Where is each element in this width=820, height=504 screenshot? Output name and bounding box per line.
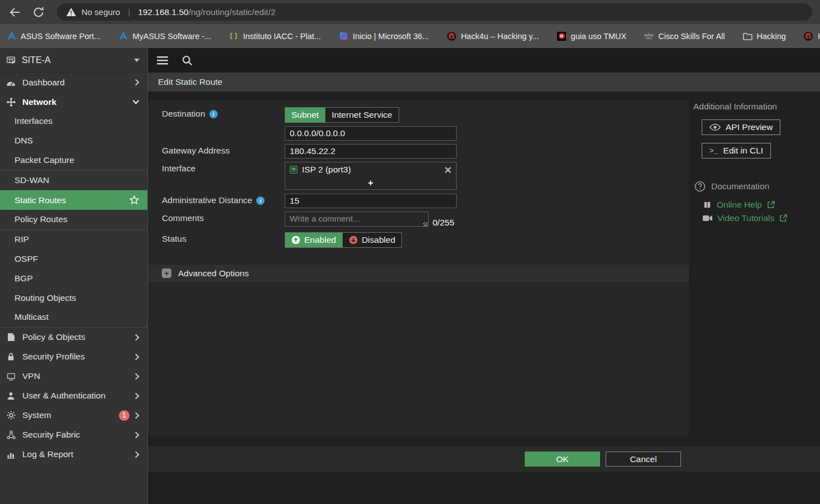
cancel-button[interactable]: Cancel	[606, 452, 681, 467]
edit-in-cli-button[interactable]: >_ Edit in CLI	[702, 143, 771, 159]
sidebar-item-system[interactable]: System 1	[0, 406, 147, 425]
sidebar-item-label: User & Authentication	[22, 391, 135, 401]
destination-row: Destination i Subnet Internet Service	[148, 107, 689, 123]
bookmark-microsoft365[interactable]: Inicio | Microsoft 36...	[339, 31, 429, 41]
resize-grip[interactable]	[423, 222, 428, 227]
sidebar: SITE-A Dashboard Network Interfaces DNS …	[0, 48, 148, 504]
enabled-icon	[291, 236, 300, 244]
bookmark-tmux[interactable]: N guia uso TMUX	[557, 31, 627, 41]
sidebar-subitem-label: DNS	[15, 136, 140, 146]
menu-toggle-button[interactable]	[157, 55, 168, 65]
cisco-logo-icon: cisco	[644, 31, 654, 41]
tmux-guide-icon: N	[557, 31, 567, 41]
sidebar-item-label: System	[22, 410, 119, 420]
interface-select-box[interactable]: ISP 2 (port3) +	[285, 162, 457, 190]
sidebar-item-log-report[interactable]: Log & Report	[0, 445, 147, 464]
sidebar-item-label: Dashboard	[22, 78, 135, 88]
info-icon[interactable]: i	[209, 110, 218, 118]
address-bar[interactable]: No seguro | 192.168.1.50/ng/routing/stat…	[57, 3, 812, 21]
sidebar-item-routing-objects[interactable]: Routing Objects	[0, 288, 147, 308]
status-disabled-option[interactable]: Disabled	[342, 233, 401, 247]
port-interface-icon	[290, 166, 298, 174]
sidebar-item-policy-routes[interactable]: Policy Routes	[0, 210, 147, 229]
bookmark-hack4u[interactable]: Hack4u – Hacking y...	[447, 31, 539, 41]
sidebar-item-security-profiles[interactable]: Security Profiles	[0, 347, 147, 367]
gateway-label-wrap: Gateway Address	[162, 144, 285, 156]
sidebar-item-interfaces[interactable]: Interfaces	[0, 112, 147, 131]
sidebar-subitem-label: Routing Objects	[15, 293, 140, 303]
sidebar-item-dashboard[interactable]: Dashboard	[0, 73, 147, 92]
bookmark-label: Hacking	[757, 32, 786, 41]
sidebar-item-bgp[interactable]: BGP	[0, 268, 147, 288]
status-label-wrap: Status	[162, 232, 285, 244]
bookmarks-bar: ASUS Software Port... MyASUS Software -.…	[0, 24, 820, 48]
security-label[interactable]: No seguro	[81, 7, 120, 17]
sidebar-item-policy-objects[interactable]: Policy & Objects	[0, 328, 147, 347]
back-arrow-icon	[8, 6, 22, 19]
bookmark-htb[interactable]: HTB Mach	[804, 31, 820, 41]
destination-subnet-input[interactable]	[285, 126, 457, 141]
remove-interface-icon[interactable]	[444, 166, 452, 174]
destination-subnet-row	[148, 126, 689, 141]
sidebar-item-label: Network	[22, 97, 132, 107]
sidebar-item-vpn[interactable]: VPN	[0, 367, 147, 386]
sidebar-subitem-label: Static Routes	[15, 195, 129, 205]
star-icon[interactable]	[129, 195, 140, 205]
online-help-label: Online Help	[717, 200, 762, 210]
sidebar-item-rip[interactable]: RIP	[0, 230, 147, 249]
bookmark-cisco[interactable]: cisco Cisco Skills For All	[644, 31, 725, 41]
vdom-selector[interactable]: SITE-A	[0, 48, 147, 73]
bookmark-iacc[interactable]: Instituto IACC - Plat...	[229, 31, 320, 41]
sidebar-item-ospf[interactable]: OSPF	[0, 249, 147, 269]
bookmark-asus-software[interactable]: ASUS Software Port...	[7, 31, 100, 41]
edit-in-cli-label: Edit in CLI	[723, 146, 764, 156]
info-icon[interactable]: i	[256, 196, 265, 205]
caret-down-icon	[134, 59, 140, 62]
dashboard-icon	[6, 79, 16, 87]
comments-textarea[interactable]	[285, 212, 429, 227]
interface-row: Interface ISP 2 (port3) +	[148, 162, 689, 190]
status-enabled-label: Enabled	[304, 235, 336, 245]
video-tutorials-link[interactable]: Video Tutorials	[703, 213, 820, 223]
bookmark-hacking-folder[interactable]: Hacking	[743, 31, 786, 41]
advanced-options-toggle[interactable]: + Advanced Options	[148, 265, 689, 282]
online-help-link[interactable]: Online Help	[703, 200, 820, 210]
video-camera-icon	[703, 215, 712, 222]
add-interface-button[interactable]: +	[285, 177, 456, 189]
api-preview-button[interactable]: API Preview	[702, 119, 780, 135]
interface-selected-item[interactable]: ISP 2 (port3)	[285, 162, 456, 177]
sidebar-item-label: Log & Report	[22, 449, 135, 459]
search-button[interactable]	[182, 55, 193, 65]
sidebar-item-static-routes[interactable]: Static Routes	[0, 190, 147, 210]
fortigate-app: SITE-A Dashboard Network Interfaces DNS …	[0, 48, 820, 504]
sidebar-item-sd-wan[interactable]: SD-WAN	[0, 170, 147, 190]
sidebar-item-label: Policy & Objects	[22, 332, 135, 342]
status-enabled-option[interactable]: Enabled	[285, 233, 342, 247]
sidebar-item-network[interactable]: Network	[0, 92, 147, 112]
admin-distance-label: Administrative Distance	[162, 195, 252, 205]
comments-label-wrap: Comments	[162, 212, 285, 223]
refresh-button[interactable]	[30, 4, 47, 21]
interface-label: Interface	[162, 164, 195, 174]
back-button[interactable]	[7, 4, 23, 21]
browser-toolbar: No seguro | 192.168.1.50/ng/routing/stat…	[0, 0, 820, 24]
chevron-right-icon	[135, 392, 140, 400]
eye-icon	[709, 123, 721, 131]
destination-type-internet-service[interactable]: Internet Service	[325, 108, 399, 122]
content-topbar	[148, 48, 820, 73]
sidebar-item-multicast[interactable]: Multicast	[0, 308, 147, 327]
admin-distance-input[interactable]	[285, 194, 457, 208]
destination-type-subnet[interactable]: Subnet	[285, 108, 325, 122]
disabled-icon	[349, 236, 358, 244]
svg-text:cisco: cisco	[646, 37, 653, 40]
comments-row: Comments 0/255	[148, 212, 689, 229]
sidebar-item-security-fabric[interactable]: Security Fabric	[0, 425, 147, 445]
bookmark-myasus[interactable]: MyASUS Software -...	[118, 31, 211, 41]
sidebar-item-packet-capture[interactable]: Packet Capture	[0, 151, 147, 170]
gateway-address-input[interactable]	[285, 144, 457, 159]
admin-distance-label-wrap: Administrative Distance i	[162, 194, 285, 205]
sidebar-item-label: VPN	[22, 371, 135, 381]
sidebar-item-dns[interactable]: DNS	[0, 131, 147, 151]
sidebar-item-user-authentication[interactable]: User & Authentication	[0, 386, 147, 406]
ok-button[interactable]: OK	[525, 452, 600, 467]
